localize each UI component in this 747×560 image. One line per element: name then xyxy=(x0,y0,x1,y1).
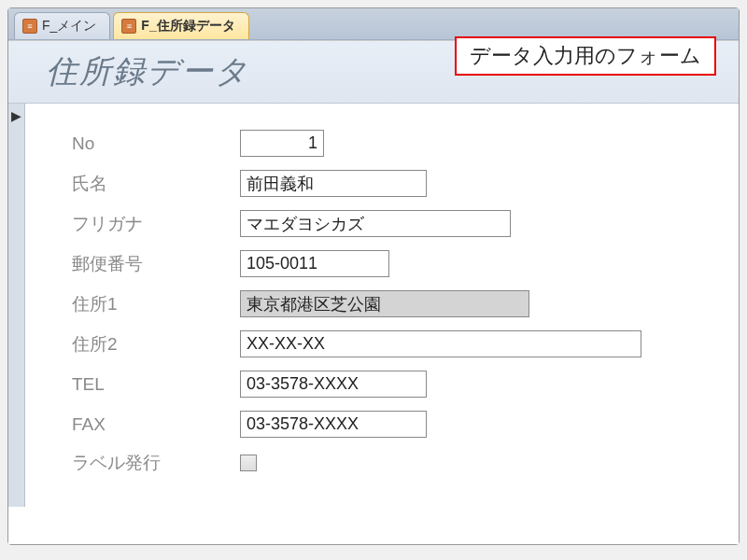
field-row-postal: 郵便番号 xyxy=(72,250,701,277)
input-postal[interactable] xyxy=(240,250,389,277)
checkbox-label-issue[interactable] xyxy=(240,455,257,471)
field-row-furigana: フリガナ xyxy=(72,210,701,237)
form-container: 住所録データ ▶ No 氏名 フリガナ xyxy=(8,40,739,544)
app-window: ≡ F_メイン ≡ F_住所録データ データ入力用のフォーム 住所録データ ▶ … xyxy=(7,7,740,545)
form-body: ▶ No 氏名 フリガナ 郵便番号 xyxy=(8,104,739,507)
field-row-addr1: 住所1 xyxy=(72,290,701,317)
current-record-marker-icon: ▶ xyxy=(11,108,21,123)
annotation-callout: データ入力用のフォーム xyxy=(455,36,716,76)
tab-address-data-label: F_住所録データ xyxy=(141,18,234,35)
record-selector[interactable]: ▶ xyxy=(8,104,25,507)
label-name: 氏名 xyxy=(72,172,240,196)
form-icon: ≡ xyxy=(22,19,37,34)
tab-main-label: F_メイン xyxy=(42,18,96,35)
label-furigana: フリガナ xyxy=(72,212,240,236)
label-fax: FAX xyxy=(72,414,240,435)
input-fax[interactable] xyxy=(240,411,427,438)
annotation-text: データ入力用のフォーム xyxy=(470,44,701,67)
field-row-fax: FAX xyxy=(72,411,701,438)
field-row-no: No xyxy=(72,130,701,157)
tab-bar: ≡ F_メイン ≡ F_住所録データ データ入力用のフォーム xyxy=(8,8,739,40)
label-no: No xyxy=(72,133,240,154)
tab-address-data[interactable]: ≡ F_住所録データ xyxy=(113,12,248,39)
form-icon: ≡ xyxy=(121,19,136,34)
label-addr2: 住所2 xyxy=(72,332,240,357)
fields-area: No 氏名 フリガナ 郵便番号 住所1 xyxy=(25,104,739,507)
input-addr1[interactable] xyxy=(240,290,529,317)
input-name[interactable] xyxy=(240,170,427,197)
label-tel: TEL xyxy=(72,374,240,395)
label-addr1: 住所1 xyxy=(72,292,240,316)
tab-main[interactable]: ≡ F_メイン xyxy=(14,12,110,39)
input-no[interactable] xyxy=(240,130,324,157)
input-addr2[interactable] xyxy=(240,330,641,357)
field-row-addr2: 住所2 xyxy=(72,330,701,357)
label-label-issue: ラベル発行 xyxy=(72,451,240,475)
field-row-label-issue: ラベル発行 xyxy=(72,451,701,475)
field-row-tel: TEL xyxy=(72,371,701,398)
input-tel[interactable] xyxy=(240,371,427,398)
label-postal: 郵便番号 xyxy=(72,252,240,276)
field-row-name: 氏名 xyxy=(72,170,701,197)
input-furigana[interactable] xyxy=(240,210,511,237)
